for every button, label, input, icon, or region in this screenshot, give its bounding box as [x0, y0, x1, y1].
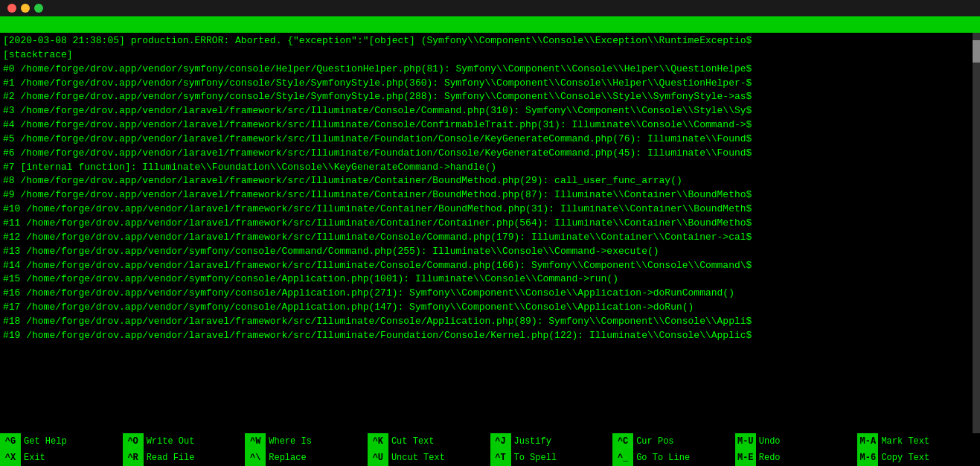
shortcut-label: Go To Line — [633, 453, 690, 463]
shortcut-label: Cut Text — [388, 436, 435, 447]
shortcut-label: Exit — [21, 453, 45, 463]
shortcut-label: Replace — [266, 453, 306, 463]
shortcut-item: ^UUncut Text — [368, 450, 490, 466]
shortcut-item: ^KCut Text — [368, 433, 490, 450]
window-controls — [7, 4, 43, 13]
shortcut-item: ^XExit — [0, 450, 123, 466]
scrollbar[interactable] — [973, 33, 980, 433]
shortcut-key[interactable]: ^\ — [245, 450, 266, 466]
file-content: [2020-03-08 21:38:05] production.ERROR: … — [0, 33, 980, 433]
shortcut-key[interactable]: ^K — [368, 433, 388, 450]
shortcut-key[interactable]: M-U — [735, 433, 756, 450]
shortcut-label: Uncut Text — [388, 453, 445, 463]
shortcut-row-2: ^XExit^RRead File^\Replace^UUncut Text^T… — [0, 450, 980, 466]
shortcut-key[interactable]: M-A — [857, 433, 878, 450]
shortcut-item: ^JJustify — [490, 433, 613, 450]
shortcut-label: Mark Text — [878, 436, 929, 447]
shortcut-label: Undo — [756, 436, 781, 447]
title-bar — [0, 0, 980, 16]
shortcut-key[interactable]: M-6 — [857, 450, 878, 466]
shortcut-key[interactable]: M-E — [735, 450, 756, 466]
shortcut-item: M-6Copy Text — [857, 450, 980, 466]
shortcut-item: ^WWhere Is — [245, 433, 368, 450]
shortcut-key[interactable]: ^T — [490, 450, 511, 466]
shortcut-label: Justify — [511, 436, 551, 447]
shortcut-key[interactable]: ^O — [123, 433, 144, 450]
shortcut-label: Redo — [756, 453, 781, 463]
shortcut-item: ^TTo Spell — [490, 450, 613, 466]
shortcut-key[interactable]: ^W — [245, 433, 266, 450]
maximize-button[interactable] — [34, 4, 43, 13]
shortcut-key[interactable]: ^C — [612, 433, 633, 450]
close-button[interactable] — [7, 4, 16, 13]
shortcut-item: ^OWrite Out — [123, 433, 246, 450]
shortcut-label: Write Out — [144, 436, 195, 447]
shortcut-key[interactable]: ^_ — [612, 450, 633, 466]
shortcut-label: Get Help — [21, 436, 67, 447]
shortcut-label: Cur Pos — [633, 436, 673, 447]
shortcut-item: M-UUndo — [735, 433, 858, 450]
shortcut-row-1: ^GGet Help^OWrite Out^WWhere Is^KCut Tex… — [0, 433, 980, 450]
shortcut-item: M-ERedo — [735, 450, 858, 466]
shortcut-item: ^CCur Pos — [612, 433, 735, 450]
shortcut-key[interactable]: ^X — [0, 450, 21, 466]
shortcut-label: Copy Text — [878, 453, 929, 463]
shortcut-item: ^_Go To Line — [612, 450, 735, 466]
shortcut-key[interactable]: ^R — [123, 450, 144, 466]
minimize-button[interactable] — [21, 4, 30, 13]
shortcut-label: Read File — [144, 453, 195, 463]
shortcut-label: Where Is — [266, 436, 312, 447]
scrollbar-thumb[interactable] — [973, 40, 980, 63]
shortcut-footer: ^GGet Help^OWrite Out^WWhere Is^KCut Tex… — [0, 433, 980, 466]
shortcut-label: To Spell — [511, 453, 557, 463]
shortcut-item: ^\Replace — [245, 450, 368, 466]
shortcut-item: ^RRead File — [123, 450, 246, 466]
shortcut-item: ^GGet Help — [0, 433, 123, 450]
shortcut-item: M-AMark Text — [857, 433, 980, 450]
content-lines: [2020-03-08 21:38:05] production.ERROR: … — [3, 34, 977, 343]
nano-header — [0, 16, 980, 33]
shortcut-key[interactable]: ^G — [0, 433, 21, 450]
shortcut-key[interactable]: ^J — [490, 433, 511, 450]
shortcut-key[interactable]: ^U — [368, 450, 388, 466]
